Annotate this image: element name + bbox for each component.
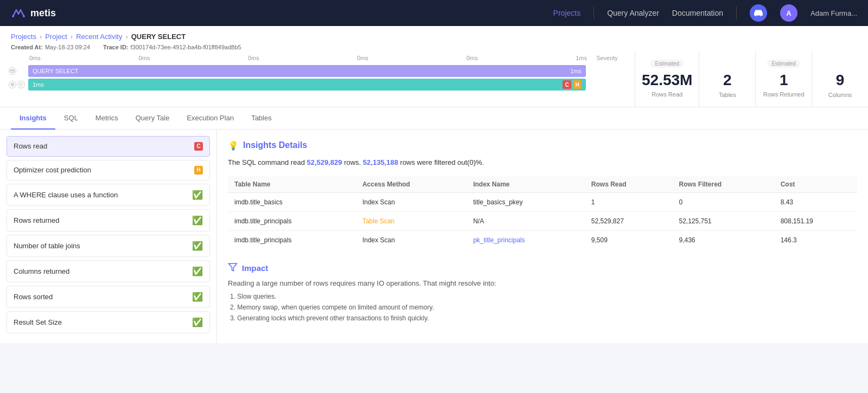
nav-divider-2 (736, 7, 737, 20)
timeline-bar-0[interactable]: QUERY SELECT 1ms (28, 65, 586, 77)
timeline-row-icons-0 (9, 67, 26, 75)
time-marker-1: 0ms (138, 55, 150, 61)
cell-rows-filtered-2: 9,436 (672, 231, 774, 250)
table-row: imdb.title_principals Table Scan N/A 52,… (228, 212, 857, 231)
cell-table-name-0: imdb.title_basics (228, 193, 356, 212)
stat-label-0: Rows Read (652, 91, 682, 98)
filter-icon (228, 262, 238, 274)
col-index-name: Index Name (467, 176, 585, 193)
sidebar-item-columns-returned[interactable]: Columns returned ✅ (7, 260, 210, 282)
discord-icon[interactable] (750, 4, 767, 22)
table-row: imdb.title_principals Index Scan pk_titl… (228, 231, 857, 250)
nav-divider-1 (593, 7, 594, 20)
svg-point-2 (11, 69, 14, 70)
sidebar-item-where-label: A WHERE clause uses a function (14, 191, 118, 199)
cell-rows-read-2: 9,509 (585, 231, 673, 250)
insights-detail-panel: 💡 Insights Details The SQL command read … (217, 130, 868, 343)
created-at-value: May-18-23 09:24 (45, 44, 90, 50)
time-marker-2: 0ms (248, 55, 259, 61)
svg-point-0 (12, 15, 14, 17)
timeline-bar-1[interactable]: 1ms C H (28, 79, 586, 91)
timeline-row-icons-1 (9, 81, 26, 88)
cell-access-0: Index Scan (356, 193, 467, 212)
sidebar-check-rows-sorted: ✅ (192, 292, 203, 302)
nav-links: Projects Query Analyzer Documentation A … (553, 4, 857, 22)
sidebar-item-table-joins-label: Number of table joins (14, 242, 80, 250)
logo-text: metis (30, 8, 56, 19)
stat-value-0: 52.53M (642, 71, 692, 89)
sidebar-item-rows-returned[interactable]: Rows returned ✅ (7, 209, 210, 231)
timeline-bar-container-0: QUERY SELECT 1ms (28, 65, 586, 77)
username-label: Adam Furma... (810, 9, 857, 17)
sidebar-item-rows-sorted-label: Rows sorted (14, 293, 53, 301)
sidebar-item-optimizer-label: Optimizer cost prediction (14, 166, 91, 174)
stat-label-3: Columns (828, 92, 852, 98)
insights-summary-pct: rows were filtered out(0)%. (398, 158, 484, 166)
insights-rows-filtered-bold: 52,135,188 (363, 158, 398, 166)
tab-metrics[interactable]: Metrics (87, 107, 127, 130)
sidebar-item-optimizer[interactable]: Optimizer cost prediction H (7, 160, 210, 181)
nav-projects[interactable]: Projects (553, 9, 581, 17)
sidebar-item-rows-sorted[interactable]: Rows sorted ✅ (7, 286, 210, 308)
time-marker-0: 0ms (29, 55, 41, 61)
breadcrumb-sep-1: › (40, 33, 42, 41)
nav-query-analyzer[interactable]: Query Analyzer (607, 9, 659, 17)
insights-sidebar: Rows read C Optimizer cost prediction H … (0, 130, 217, 343)
stat-estimated-2: Estimated (767, 60, 800, 68)
index-name-link[interactable]: pk_title_principals (473, 236, 525, 244)
trace-id-value: f300174d-73ee-4912-ba4b-f01ff849ad8b5 (131, 44, 241, 50)
timeline-bar-label-1: 1ms (33, 81, 44, 88)
breadcrumb-sep-2: › (71, 33, 73, 41)
insights-rows-read-bold: 52,529,829 (307, 158, 342, 166)
cell-rows-read-0: 1 (585, 193, 673, 212)
sidebar-item-columns-label: Columns returned (14, 267, 69, 275)
breadcrumb-projects[interactable]: Projects (11, 33, 36, 41)
sidebar-item-where[interactable]: A WHERE clause uses a function ✅ (7, 184, 210, 206)
sidebar-check-result-set: ✅ (192, 317, 203, 327)
breadcrumb-sep-3: › (125, 33, 127, 41)
trace-id-label: Trace ID: (103, 44, 128, 50)
insights-summary: The SQL command read 52,529,829 rows. 52… (228, 157, 857, 168)
top-navigation: metis Projects Query Analyzer Documentat… (0, 0, 868, 26)
stat-value-1: 2 (723, 71, 732, 89)
cell-table-name-2: imdb.title_principals (228, 231, 356, 250)
insights-summary-plain: The SQL command read (228, 158, 307, 166)
time-marker-3: 0ms (357, 55, 368, 61)
breadcrumb-project[interactable]: Project (45, 33, 67, 41)
tab-query-tale[interactable]: Query Tale (127, 107, 178, 130)
timeline-icon-tag (17, 81, 25, 88)
impact-description: Reading a large number of rows requires … (228, 279, 857, 287)
tab-insights[interactable]: Insights (11, 107, 55, 130)
breadcrumb-recent[interactable]: Recent Activity (76, 33, 122, 41)
sidebar-item-result-set[interactable]: Result Set Size ✅ (7, 311, 210, 333)
sidebar-check-table-joins: ✅ (192, 241, 203, 251)
nav-documentation[interactable]: Documentation (672, 9, 723, 17)
sidebar-check-where: ✅ (192, 190, 203, 200)
sidebar-item-rows-read[interactable]: Rows read C (7, 136, 210, 157)
stat-rows-returned: Estimated 1 Rows Returned (756, 50, 812, 107)
insights-layout: Rows read C Optimizer cost prediction H … (0, 130, 868, 343)
time-marker-4: 0ms (467, 55, 478, 61)
tab-tables[interactable]: Tables (242, 107, 280, 130)
sidebar-item-result-set-label: Result Set Size (14, 318, 62, 326)
timeline-bar-label-0: QUERY SELECT (33, 68, 79, 74)
col-rows-read: Rows Read (585, 176, 673, 193)
stat-columns: 9 Columns (812, 50, 868, 107)
sidebar-item-table-joins[interactable]: Number of table joins ✅ (7, 235, 210, 257)
stat-label-1: Tables (719, 92, 736, 98)
top-section: 0ms 0ms 0ms 0ms 0ms 1ms Severity (0, 50, 868, 107)
cell-cost-1: 808,151.19 (774, 212, 857, 231)
table-scan-link[interactable]: Table Scan (362, 217, 394, 225)
stat-value-3: 9 (836, 71, 845, 89)
tabs-bar: Insights SQL Metrics Query Tale Executio… (0, 107, 868, 130)
insights-summary-mid: rows. (342, 158, 363, 166)
cell-index-2: pk_title_principals (467, 231, 585, 250)
timeline-bar-container-1: 1ms C H (28, 79, 586, 91)
timeline-section: 0ms 0ms 0ms 0ms 0ms 1ms Severity (0, 50, 635, 107)
tab-sql[interactable]: SQL (55, 107, 87, 130)
breadcrumb-section: Projects › Project › Recent Activity › Q… (0, 26, 868, 50)
timeline-bar-duration-0: 1ms (570, 68, 582, 74)
tab-execution-plan[interactable]: Execution Plan (178, 107, 242, 130)
user-avatar[interactable]: A (780, 4, 797, 22)
stats-panel: Estimated 52.53M Rows Read 2 Tables Esti… (635, 50, 868, 107)
